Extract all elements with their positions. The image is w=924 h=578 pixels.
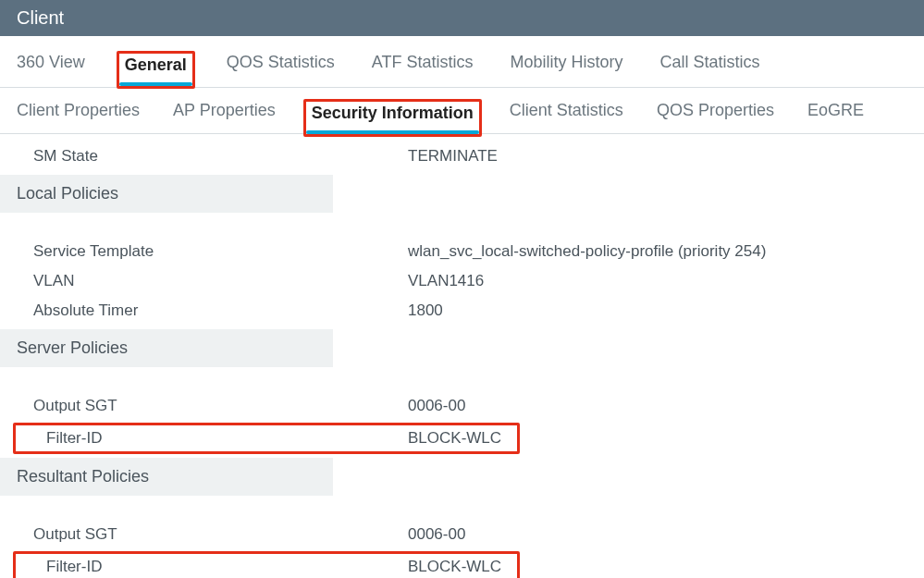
row-output-sgt-server: Output SGT 0006-00 — [0, 391, 924, 421]
section-resultant-policies: Resultant Policies — [0, 458, 333, 496]
tabs-secondary: Client Properties AP Properties Security… — [0, 88, 924, 134]
value-filter-id-server: BLOCK-WLC — [408, 429, 501, 448]
value-sm-state: TERMINATE — [408, 147, 924, 166]
label-filter-id-server: Filter-ID — [46, 429, 408, 448]
row-absolute-timer: Absolute Timer 1800 — [0, 296, 924, 326]
tabs-primary: 360 View General QOS Statistics ATF Stat… — [0, 36, 924, 88]
row-service-template: Service Template wlan_svc_local-switched… — [0, 237, 924, 266]
row-filter-id-server: Filter-ID BLOCK-WLC — [13, 423, 520, 454]
label-absolute-timer: Absolute Timer — [33, 301, 408, 320]
tab-call-statistics[interactable]: Call Statistics — [660, 53, 760, 81]
tab-mobility-history[interactable]: Mobility History — [511, 53, 623, 81]
content-area: SM State TERMINATE Local Policies Servic… — [0, 134, 924, 578]
label-service-template: Service Template — [33, 242, 408, 261]
row-vlan: VLAN VLAN1416 — [0, 266, 924, 296]
tab-360-view[interactable]: 360 View — [17, 53, 85, 81]
value-output-sgt-resultant: 0006-00 — [408, 525, 924, 544]
row-filter-id-resultant: Filter-ID BLOCK-WLC — [13, 551, 520, 578]
title-bar: Client — [0, 0, 924, 36]
page-title: Client — [17, 7, 64, 28]
section-local-policies: Local Policies — [0, 175, 333, 213]
value-output-sgt-server: 0006-00 — [408, 397, 924, 415]
tab-general[interactable]: General — [117, 51, 195, 89]
label-output-sgt-resultant: Output SGT — [33, 525, 408, 544]
tab-atf-statistics[interactable]: ATF Statistics — [372, 53, 474, 81]
value-service-template: wlan_svc_local-switched-policy-profile (… — [408, 242, 924, 261]
label-sm-state: SM State — [33, 147, 408, 166]
tab-security-information[interactable]: Security Information — [303, 99, 482, 137]
tab-client-statistics[interactable]: Client Statistics — [510, 101, 623, 129]
row-output-sgt-resultant: Output SGT 0006-00 — [0, 520, 924, 549]
row-sm-state: SM State TERMINATE — [0, 141, 924, 171]
section-server-policies: Server Policies — [0, 329, 333, 367]
value-filter-id-resultant: BLOCK-WLC — [408, 558, 501, 576]
tab-qos-statistics[interactable]: QOS Statistics — [227, 53, 335, 81]
tab-client-properties[interactable]: Client Properties — [17, 101, 140, 129]
tab-eogre[interactable]: EoGRE — [807, 101, 864, 129]
value-vlan: VLAN1416 — [408, 272, 924, 290]
label-vlan: VLAN — [33, 272, 408, 290]
label-output-sgt-server: Output SGT — [33, 397, 408, 415]
tab-qos-properties[interactable]: QOS Properties — [657, 101, 774, 129]
value-absolute-timer: 1800 — [408, 301, 924, 320]
label-filter-id-resultant: Filter-ID — [46, 558, 408, 576]
tab-ap-properties[interactable]: AP Properties — [173, 101, 276, 129]
